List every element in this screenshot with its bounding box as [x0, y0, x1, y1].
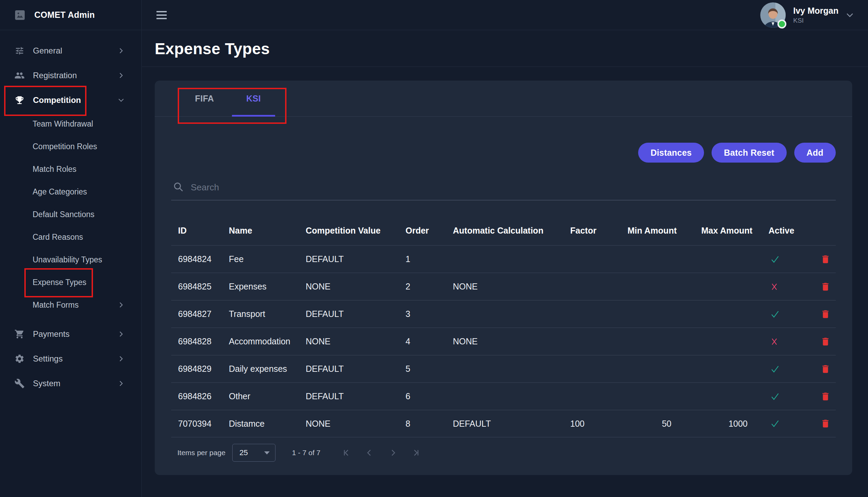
items-per-page-label: Items per page: [177, 449, 225, 457]
shopping-cart-icon: [14, 329, 25, 339]
sidebar-item-general[interactable]: General: [0, 38, 141, 63]
search-icon: [173, 181, 184, 194]
main-area: Expense Types FIFA KSI Distances Batch R…: [142, 31, 868, 497]
sidebar-item-card-reasons[interactable]: Card Reasons: [0, 226, 141, 248]
nav-spacer: [0, 316, 141, 322]
first-page-button[interactable]: [340, 446, 353, 459]
sidebar: COMET Admin General Registration: [0, 0, 142, 497]
tab-ksi[interactable]: KSI: [232, 81, 275, 116]
chevron-right-icon: [118, 48, 124, 54]
sidebar-item-match-roles[interactable]: Match Roles: [0, 158, 141, 180]
table-row[interactable]: 6984827 Transport DEFAULT 3: [171, 300, 836, 328]
app-logo-image-placeholder-icon: [14, 10, 25, 21]
delete-button[interactable]: [820, 282, 831, 292]
sidebar-item-payments[interactable]: Payments: [0, 322, 141, 346]
table-row[interactable]: 6984824 Fee DEFAULT 1: [171, 245, 836, 273]
previous-page-button[interactable]: [363, 446, 376, 459]
check-icon: [770, 418, 780, 429]
items-per-page-select[interactable]: 25: [232, 444, 275, 462]
last-page-button[interactable]: [410, 446, 423, 459]
cross-icon: [770, 337, 779, 346]
sidebar-header: COMET Admin: [0, 0, 141, 30]
table-row[interactable]: 6984826 Other DEFAULT 6: [171, 382, 836, 410]
active-status: [762, 328, 793, 355]
delete-button[interactable]: [820, 418, 831, 429]
title-band: Expense Types: [142, 31, 868, 67]
sidebar-item-age-categories[interactable]: Age Categories: [0, 180, 141, 203]
sidebar-item-settings[interactable]: Settings: [0, 346, 141, 371]
delete-button[interactable]: [820, 254, 831, 264]
trash-icon: [820, 282, 831, 292]
content-area: FIFA KSI Distances Batch Reset Add: [142, 67, 868, 475]
batch-reset-button[interactable]: Batch Reset: [712, 143, 787, 163]
wrench-icon: [14, 378, 25, 389]
add-button[interactable]: Add: [794, 143, 836, 163]
column-header-order: Order: [399, 216, 446, 245]
check-icon: [770, 309, 780, 319]
sidebar-item-competition[interactable]: Competition: [0, 88, 141, 113]
delete-button[interactable]: [820, 309, 831, 319]
paginator: Items per page 25 1 - 7 of 7: [171, 442, 836, 463]
sidebar-item-default-sanctions[interactable]: Default Sanctions: [0, 203, 141, 226]
next-page-button[interactable]: [386, 446, 399, 459]
actions-toolbar: Distances Batch Reset Add: [171, 142, 836, 163]
online-status-dot: [777, 20, 786, 28]
user-menu[interactable]: Ivy Morgan KSI: [760, 2, 854, 28]
search-input[interactable]: [191, 182, 835, 193]
tab-fifa[interactable]: FIFA: [177, 81, 232, 116]
chevron-right-icon: [118, 72, 124, 79]
chevron-right-icon: [118, 356, 124, 362]
delete-button[interactable]: [820, 391, 831, 402]
sidebar-item-expense-types[interactable]: Expense Types: [0, 271, 141, 294]
trash-icon: [820, 391, 831, 402]
page-range-label: 1 - 7 of 7: [292, 449, 320, 457]
page-size-value: 25: [239, 448, 264, 457]
app-window: COMET Admin General Registration: [0, 0, 868, 497]
delete-button[interactable]: [820, 364, 831, 374]
column-header-competition-value: Competition Value: [299, 216, 399, 245]
column-header-active: Active: [762, 216, 793, 245]
sidebar-item-unavailability-types[interactable]: Unavailability Types: [0, 248, 141, 271]
paginator-nav: [340, 446, 423, 459]
sidebar-item-match-forms[interactable]: Match Forms: [0, 294, 141, 316]
column-header-automatic-calculation: Automatic Calculation: [446, 216, 563, 245]
delete-button[interactable]: [820, 336, 831, 347]
check-icon: [770, 364, 780, 374]
column-header-name: Name: [222, 216, 299, 245]
page-title: Expense Types: [142, 39, 270, 58]
expense-types-card: FIFA KSI Distances Batch Reset Add: [155, 81, 852, 475]
trophy-icon: [14, 95, 25, 105]
expense-types-table: ID Name Competition Value Order Automati…: [171, 216, 836, 437]
sidebar-item-system[interactable]: System: [0, 371, 141, 396]
table-row[interactable]: 6984825 Expenses NONE 2 NONE: [171, 273, 836, 300]
menu-toggle-button[interactable]: [156, 11, 167, 19]
check-icon: [770, 391, 780, 402]
distances-button[interactable]: Distances: [638, 143, 704, 163]
column-header-min-amount: Min Amount: [621, 216, 694, 245]
active-status: [762, 300, 793, 328]
avatar: [760, 2, 786, 28]
user-meta: Ivy Morgan KSI: [793, 5, 838, 24]
sidebar-item-team-withdrawal[interactable]: Team Withdrawal: [0, 113, 141, 135]
active-status: [762, 273, 793, 300]
chevron-right-icon: [118, 380, 124, 387]
column-header-id: ID: [171, 216, 222, 245]
check-icon: [770, 254, 780, 264]
trash-icon: [820, 254, 831, 264]
table-row[interactable]: 6984828 Accommodation NONE 4 NONE: [171, 328, 836, 355]
active-status: [762, 383, 793, 410]
table-row[interactable]: 6984829 Daily expenses DEFAULT 5: [171, 355, 836, 382]
user-organization: KSI: [793, 17, 838, 24]
table-header-row: ID Name Competition Value Order Automati…: [171, 216, 836, 245]
trash-icon: [820, 418, 831, 429]
cross-icon: [770, 282, 779, 291]
chevron-down-icon: [846, 11, 854, 19]
chevron-right-icon: [118, 302, 124, 308]
active-status: [762, 355, 793, 382]
chevron-down-icon: [118, 97, 124, 103]
sidebar-item-competition-roles[interactable]: Competition Roles: [0, 135, 141, 158]
active-status: [762, 410, 793, 437]
column-header-factor: Factor: [563, 216, 621, 245]
sidebar-item-registration[interactable]: Registration: [0, 63, 141, 88]
table-row[interactable]: 7070394 Distamce NONE 8 DEFAULT 100 50 1…: [171, 410, 836, 437]
